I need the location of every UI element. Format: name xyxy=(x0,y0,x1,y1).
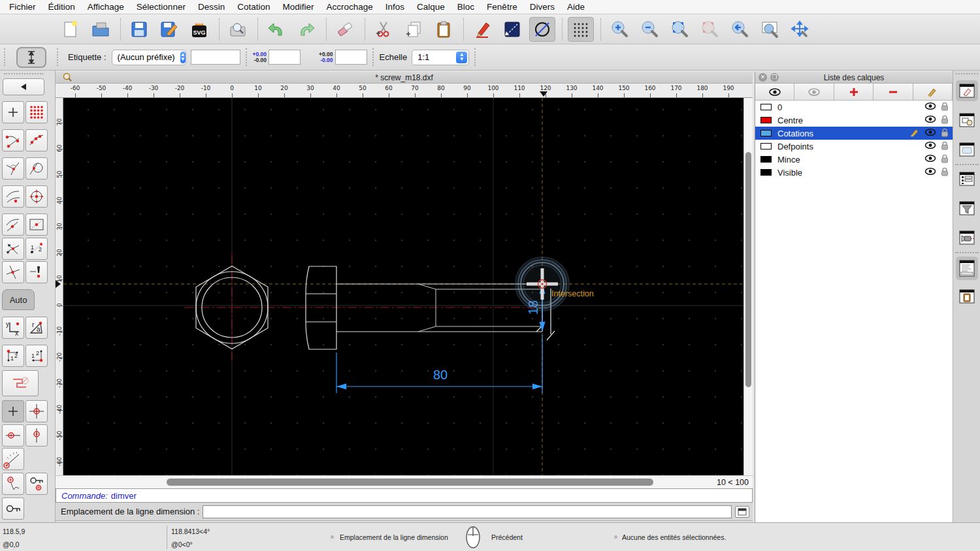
layer-lock-icon[interactable] xyxy=(941,154,949,165)
edit-layer-button[interactable] xyxy=(913,84,953,100)
save-as-button[interactable] xyxy=(156,17,182,42)
corner-snap-1-button[interactable]: 12 xyxy=(2,345,24,367)
menu-edition[interactable]: Édition xyxy=(48,2,75,12)
menu-modifier[interactable]: Modifier xyxy=(282,2,314,12)
snap-middle-button[interactable] xyxy=(2,213,24,236)
layer-lock-icon[interactable] xyxy=(941,102,949,113)
layer-visibility-eye-icon[interactable] xyxy=(924,102,936,112)
snap-center-button[interactable] xyxy=(25,185,48,208)
corner-snap-2-button[interactable]: 12 xyxy=(25,345,48,367)
dock-library-browser-button[interactable] xyxy=(956,139,978,160)
draw-pencil-button[interactable] xyxy=(469,17,495,42)
angle-gauge-button[interactable] xyxy=(2,448,24,470)
horizontal-scrollbar[interactable]: 10 < 100 xyxy=(56,475,753,488)
dock-selection-filter-button[interactable] xyxy=(956,198,978,219)
layer-row-centre[interactable]: Centre xyxy=(755,114,953,127)
svg-export-button[interactable]: SVG xyxy=(186,17,212,42)
snap-intersection-manual-button[interactable] xyxy=(25,261,48,283)
document-titlebar[interactable]: * screw_m18.dxf xyxy=(56,72,753,84)
hide-all-layers-button[interactable] xyxy=(794,84,834,100)
scale-select[interactable]: 1:1 ▲▼ xyxy=(412,50,469,65)
command-prompt-input[interactable] xyxy=(203,505,732,518)
layer-lock-icon[interactable] xyxy=(941,141,949,152)
dock-command-line-button[interactable] xyxy=(956,257,978,280)
vertical-scrollbar-thumb[interactable] xyxy=(745,152,751,387)
dock-layer-list-button[interactable] xyxy=(956,80,978,101)
add-layer-button[interactable] xyxy=(834,84,874,100)
coordinate-cartesian-button[interactable]: yx xyxy=(2,317,24,339)
layer-visibility-eye-icon[interactable] xyxy=(924,128,936,138)
new-document-button[interactable] xyxy=(57,17,84,42)
menu-cotation[interactable]: Cotation xyxy=(237,2,270,12)
snap-endpoints-button[interactable] xyxy=(2,129,24,151)
layer-color-swatch[interactable] xyxy=(760,104,772,110)
menu-fenetre[interactable]: Fenêtre xyxy=(487,2,517,12)
redo-button[interactable] xyxy=(293,17,319,42)
tolerance1-input[interactable] xyxy=(269,50,301,65)
dock-pen-toolbar-button[interactable] xyxy=(956,227,978,248)
open-file-button[interactable] xyxy=(88,17,114,42)
zoom-previous-button[interactable] xyxy=(696,17,723,42)
layer-color-swatch[interactable] xyxy=(760,130,772,136)
restrict-vertical-button[interactable] xyxy=(25,424,48,447)
snap-auto-intersection-button[interactable] xyxy=(2,238,24,260)
layer-color-swatch[interactable] xyxy=(760,143,772,150)
vertical-dimension-tool-button[interactable] xyxy=(16,47,46,68)
undo-button[interactable] xyxy=(263,17,289,42)
horizontal-scrollbar-thumb[interactable] xyxy=(167,479,653,486)
layer-color-swatch[interactable] xyxy=(760,156,772,163)
menu-aide[interactable]: Aide xyxy=(567,2,585,12)
circle-tool-button[interactable] xyxy=(529,17,555,42)
layer-lock-icon[interactable] xyxy=(941,128,949,139)
layer-row-mince[interactable]: Mince xyxy=(755,153,953,166)
restrict-off-button[interactable] xyxy=(2,400,24,422)
relative-zero-key-button[interactable] xyxy=(2,497,24,520)
zoom-pan-button[interactable] xyxy=(787,17,813,42)
layer-visibility-eye-icon[interactable] xyxy=(924,141,936,151)
snap-tangent-button[interactable] xyxy=(25,157,48,180)
restrict-horizontal-button[interactable] xyxy=(2,424,24,447)
close-panel-icon[interactable]: ✕ xyxy=(759,73,767,82)
menu-calque[interactable]: Calque xyxy=(417,2,445,12)
menu-affichage[interactable]: Affichage xyxy=(88,2,124,12)
menu-divers[interactable]: Divers xyxy=(530,2,555,12)
menu-dessin[interactable]: Dessin xyxy=(198,2,225,12)
back-button[interactable] xyxy=(3,78,44,95)
zoom-in-button[interactable] xyxy=(606,17,632,42)
layer-visibility-eye-icon[interactable] xyxy=(924,115,936,125)
snap-nearest-button[interactable] xyxy=(2,185,24,208)
detach-panel-icon[interactable]: ❐ xyxy=(770,73,779,82)
vertical-scrollbar[interactable] xyxy=(743,98,753,475)
cut-button[interactable] xyxy=(370,17,397,42)
snap-intersection-button[interactable] xyxy=(2,261,24,283)
layer-color-swatch[interactable] xyxy=(760,169,772,176)
delete-eraser-button[interactable] xyxy=(332,17,358,42)
layer-visibility-eye-icon[interactable] xyxy=(924,154,936,165)
dimension-text-input[interactable] xyxy=(191,50,240,65)
print-preview-button[interactable] xyxy=(225,17,251,42)
restrict-nothing-button[interactable] xyxy=(2,370,39,396)
menu-infos[interactable]: Infos xyxy=(385,2,404,12)
zoom-back-button[interactable] xyxy=(727,17,753,42)
snap-distance-button[interactable]: 12 xyxy=(25,238,48,260)
tolerance2-input[interactable] xyxy=(335,50,367,65)
dock-clipboard-button[interactable] xyxy=(956,286,978,307)
coordinate-polar-button[interactable]: ra xyxy=(25,317,48,339)
grid-toggle-button[interactable] xyxy=(568,17,594,42)
show-all-layers-button[interactable] xyxy=(755,84,794,100)
command-window-toggle-button[interactable] xyxy=(735,506,749,518)
menu-accrochage[interactable]: Accrochage xyxy=(326,2,372,12)
set-relative-zero-button[interactable] xyxy=(2,473,24,495)
menu-selectionner[interactable]: Sélectionner xyxy=(137,2,186,12)
dock-entity-list-button[interactable] xyxy=(956,168,978,189)
remove-layer-button[interactable] xyxy=(874,84,913,100)
layer-row-visible[interactable]: Visible xyxy=(755,166,953,179)
menu-fichier[interactable]: Fichier xyxy=(9,2,36,12)
zoom-out-button[interactable] xyxy=(636,17,662,42)
paste-button[interactable] xyxy=(431,17,457,42)
snap-auto-button[interactable]: Auto xyxy=(2,289,35,310)
snap-perpendicular-button[interactable] xyxy=(2,157,24,180)
snap-reference-button[interactable] xyxy=(25,213,48,236)
line-tool-button[interactable] xyxy=(499,17,525,42)
save-button[interactable] xyxy=(126,17,152,42)
